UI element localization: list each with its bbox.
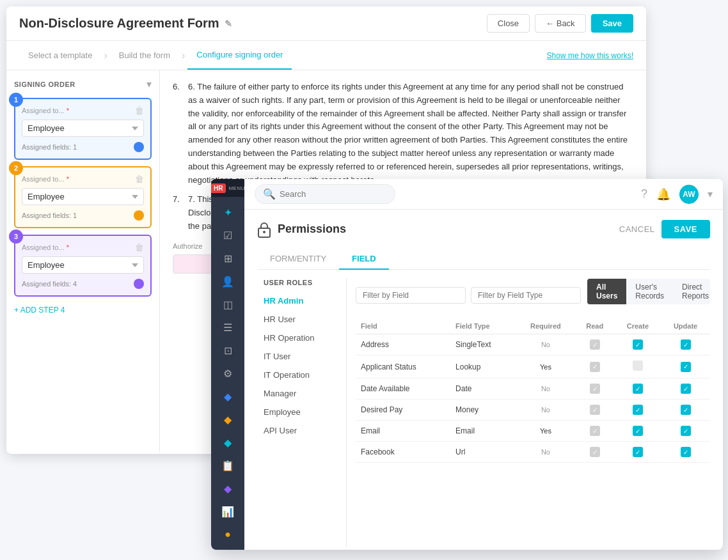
tab-direct-reports[interactable]: Direct Reports — [673, 279, 710, 304]
create-checkbox[interactable]: ✓ — [633, 405, 643, 415]
role-api-user[interactable]: API User — [257, 421, 346, 440]
update-checkbox[interactable]: ✓ — [681, 384, 691, 394]
save-button[interactable]: Save — [591, 14, 633, 33]
employee-select-1[interactable]: Employee — [22, 120, 144, 137]
read-checkbox[interactable]: ✓ — [590, 362, 600, 372]
field-read[interactable]: ✓ — [575, 400, 615, 421]
delete-step-2-icon[interactable]: 🗑 — [135, 174, 144, 184]
back-button[interactable]: ← Back — [535, 14, 586, 33]
fields-row-3: Assigned fields: 4 — [22, 279, 144, 289]
step-build-form[interactable]: Build the form — [110, 41, 179, 70]
step-configure-signing[interactable]: Configure signing order — [187, 41, 292, 70]
hr-nav-person[interactable]: 👤 — [216, 271, 239, 292]
hr-nav-grid[interactable]: ⊞ — [216, 248, 239, 268]
create-checkbox[interactable]: ✓ — [633, 384, 643, 394]
perm-save-button[interactable]: SAVE — [661, 220, 710, 238]
update-checkbox[interactable]: ✓ — [681, 339, 691, 350]
role-it-operation[interactable]: IT Operation — [257, 366, 346, 384]
read-checkbox[interactable]: ✓ — [590, 405, 600, 415]
delete-step-1-icon[interactable]: 🗑 — [135, 105, 144, 116]
assigned-label-1: Assigned to... * — [22, 107, 69, 114]
filter-field-input[interactable] — [356, 287, 466, 304]
required-star-3: * — [67, 244, 69, 251]
avatar-chevron-icon[interactable]: ▾ — [708, 188, 713, 200]
search-box[interactable]: 🔍 — [255, 184, 395, 204]
hr-nav-doc[interactable]: 📋 — [216, 455, 239, 476]
field-create[interactable]: ✓ — [615, 378, 661, 400]
field-read[interactable]: ✓ — [575, 442, 615, 463]
hr-nav-blue[interactable]: ◆ — [216, 386, 239, 407]
field-create[interactable] — [615, 355, 661, 378]
field-read[interactable]: ✓ — [575, 421, 615, 442]
create-checkbox[interactable] — [633, 361, 643, 371]
create-checkbox[interactable]: ✓ — [633, 426, 643, 436]
create-checkbox[interactable]: ✓ — [633, 339, 643, 350]
field-required: No — [516, 442, 575, 463]
fields-table-area: All Users User's Records Direct Reports … — [347, 279, 710, 547]
filter-type-input[interactable] — [471, 287, 581, 304]
help-icon[interactable]: ? — [641, 187, 647, 201]
hr-nav-teal[interactable]: ◆ — [216, 432, 239, 453]
role-it-user[interactable]: IT User — [257, 347, 346, 366]
field-update[interactable]: ✓ — [661, 378, 710, 400]
read-checkbox[interactable]: ✓ — [590, 426, 600, 436]
hr-nav-forms[interactable]: ☑ — [216, 225, 239, 245]
step-select-template[interactable]: Select a template — [19, 41, 101, 70]
notification-icon[interactable]: 🔔 — [656, 187, 670, 201]
hr-nav-pages[interactable]: ◫ — [216, 294, 239, 315]
search-input[interactable] — [280, 189, 387, 199]
tab-field[interactable]: FIELD — [339, 249, 389, 270]
field-create[interactable]: ✓ — [615, 421, 661, 442]
field-update[interactable]: ✓ — [661, 421, 710, 442]
field-name: Address — [356, 334, 450, 355]
avatar[interactable]: AW — [679, 185, 699, 204]
field-update[interactable]: ✓ — [661, 400, 710, 421]
update-checkbox[interactable]: ✓ — [681, 447, 691, 457]
role-hr-operation[interactable]: HR Operation — [257, 329, 346, 347]
hr-nav-yellow-dot[interactable]: ● — [216, 524, 239, 545]
read-checkbox[interactable]: ✓ — [590, 447, 600, 457]
hr-nav-reports[interactable]: ⊡ — [216, 340, 239, 361]
field-update[interactable]: ✓ — [661, 442, 710, 463]
employee-select-3[interactable]: Employee — [22, 256, 144, 274]
role-hr-admin[interactable]: HR Admin — [257, 292, 346, 310]
employee-select-2[interactable]: Employee — [22, 188, 144, 205]
field-create[interactable]: ✓ — [615, 334, 661, 355]
edit-icon[interactable]: ✎ — [225, 19, 232, 29]
hr-nav-chart[interactable]: 📊 — [216, 501, 239, 522]
add-step-button[interactable]: + ADD STEP 4 — [14, 303, 152, 317]
tab-all-users[interactable]: All Users — [587, 279, 626, 304]
role-hr-user[interactable]: HR User — [257, 310, 346, 329]
field-create[interactable]: ✓ — [615, 442, 661, 463]
role-manager[interactable]: Manager — [257, 384, 346, 403]
hr-nav-home[interactable]: ✦ — [216, 202, 239, 222]
read-checkbox[interactable]: ✓ — [590, 339, 600, 350]
hr-logo-area: HR MENU — [211, 179, 244, 197]
update-checkbox[interactable]: ✓ — [681, 426, 691, 436]
hr-nav-purple[interactable]: ◆ — [216, 478, 239, 499]
field-read[interactable]: ✓ — [575, 334, 615, 355]
field-create[interactable]: ✓ — [615, 400, 661, 421]
close-button[interactable]: Close — [487, 14, 530, 33]
create-checkbox[interactable]: ✓ — [633, 447, 643, 457]
role-employee[interactable]: Employee — [257, 403, 346, 421]
table-header-row: Field Field Type Required Read Create Up… — [356, 318, 710, 334]
field-read[interactable]: ✓ — [575, 355, 615, 378]
delete-step-3-icon[interactable]: 🗑 — [135, 242, 144, 253]
tab-form-entity[interactable]: FORM/ENTITY — [257, 249, 339, 270]
signing-toggle-icon[interactable]: ▾ — [146, 78, 152, 90]
read-checkbox[interactable]: ✓ — [590, 384, 600, 394]
hr-nav-list[interactable]: ☰ — [216, 317, 239, 338]
hr-nav-orange[interactable]: ◆ — [216, 409, 239, 430]
show-how-link[interactable]: Show me how this works! — [547, 51, 633, 60]
tab-users-records[interactable]: User's Records — [626, 279, 673, 304]
update-checkbox[interactable]: ✓ — [681, 362, 691, 372]
field-update[interactable]: ✓ — [661, 355, 710, 378]
field-read[interactable]: ✓ — [575, 378, 615, 400]
field-update[interactable]: ✓ — [661, 334, 710, 355]
cancel-button[interactable]: CANCEL — [619, 224, 655, 234]
update-checkbox[interactable]: ✓ — [681, 405, 691, 415]
hr-nav-settings[interactable]: ⚙ — [216, 363, 239, 384]
hr-sidebar: HR MENU ✦ ☑ ⊞ 👤 ◫ ☰ ⊡ ⚙ ◆ ◆ ◆ 📋 ◆ 📊 ● — [211, 179, 244, 550]
field-required: Yes — [516, 421, 575, 442]
